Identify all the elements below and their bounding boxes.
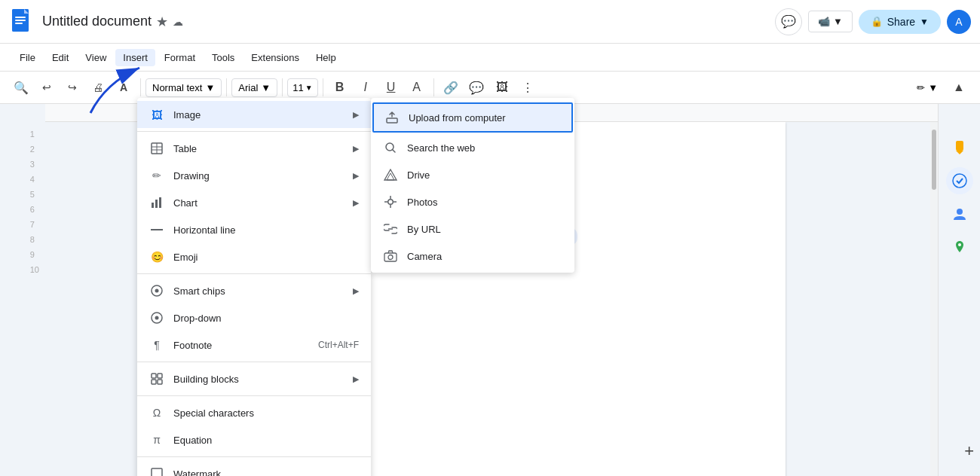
svg-rect-5 <box>15 23 23 24</box>
menu-view[interactable]: View <box>78 49 114 66</box>
svg-rect-44 <box>384 253 397 261</box>
image-icon: 🖼 <box>149 107 164 122</box>
italic-btn[interactable]: I <box>354 75 378 99</box>
keep-icon[interactable] <box>946 134 973 161</box>
insert-drawing-item[interactable]: ✏ Drawing ▶ <box>137 162 371 189</box>
chart-icon <box>149 195 164 210</box>
comments-icon: 💬 <box>781 14 796 29</box>
hide-toolbar-btn[interactable]: ▲ <box>947 75 971 99</box>
svg-rect-3 <box>15 17 26 18</box>
svg-rect-16 <box>155 200 158 208</box>
link-btn[interactable]: 🔗 <box>439 75 463 99</box>
camera-label: Camera <box>407 251 442 262</box>
spellcheck-btn[interactable]: A <box>112 75 136 99</box>
bold-btn[interactable]: B <box>328 75 352 99</box>
video-call-button[interactable]: 📹 ▼ <box>808 11 853 32</box>
smartchips-label: Smart chips <box>173 285 353 297</box>
insert-smartchips-item[interactable]: Smart chips ▶ <box>137 277 371 304</box>
print-btn[interactable]: 🖨 <box>86 75 110 99</box>
insert-watermark-item[interactable]: Watermark <box>137 460 371 476</box>
smartchips-icon <box>149 283 164 298</box>
drawing-icon: ✏ <box>149 168 164 183</box>
comments-button[interactable]: 💬 <box>775 8 802 35</box>
menu-help[interactable]: Help <box>308 49 344 66</box>
specialchars-label: Special characters <box>173 407 359 419</box>
table-icon <box>149 141 164 156</box>
search-web-icon <box>383 140 398 155</box>
star-icon[interactable]: ★ <box>156 14 168 30</box>
insert-buildingblocks-item[interactable]: Building blocks ▶ <box>137 365 371 392</box>
menu-tools[interactable]: Tools <box>204 49 242 66</box>
image-label: Image <box>173 109 353 121</box>
contacts-icon[interactable] <box>946 200 973 227</box>
menu-format[interactable]: Format <box>157 49 203 66</box>
drive-item[interactable]: Drive <box>371 161 574 188</box>
share-button[interactable]: 🔒 Share ▼ <box>859 10 941 34</box>
insert-table-item[interactable]: Table ▶ <box>137 135 371 162</box>
svg-point-38 <box>389 200 393 204</box>
svg-rect-26 <box>152 468 162 476</box>
footnote-shortcut: Ctrl+Alt+F <box>318 340 359 350</box>
drive-icon <box>383 167 398 182</box>
image-arrow: ▶ <box>353 110 359 120</box>
menu-extensions[interactable]: Extensions <box>243 49 307 66</box>
insert-image-item[interactable]: 🖼 Image ▶ <box>137 101 371 128</box>
share-label: Share <box>887 16 915 28</box>
editing-mode-btn[interactable]: ✏▼ <box>911 79 944 96</box>
menu-insert[interactable]: Insert <box>115 49 155 66</box>
dropdown-icon <box>149 310 164 325</box>
underline-btn[interactable]: U <box>379 75 403 99</box>
watermark-label: Watermark <box>173 468 359 477</box>
by-url-label: By URL <box>407 224 441 235</box>
chart-label: Chart <box>173 197 353 209</box>
undo-btn[interactable]: ↩ <box>35 75 59 99</box>
insert-equation-item[interactable]: π Equation <box>137 426 371 453</box>
lock-icon: 🔒 <box>871 16 883 27</box>
plus-btn[interactable]: + <box>964 441 974 461</box>
insert-hline-item[interactable]: Horizontal line <box>137 216 371 243</box>
table-label: Table <box>173 143 353 154</box>
drawing-arrow: ▶ <box>353 171 359 181</box>
footnote-icon: ¶ <box>149 337 164 352</box>
hline-icon <box>149 222 164 237</box>
camera-item[interactable]: Camera <box>371 243 574 270</box>
table-arrow: ▶ <box>353 144 359 154</box>
doc-icon[interactable] <box>9 7 36 37</box>
comment-btn[interactable]: 💬 <box>464 75 488 99</box>
cloud-icon: ☁ <box>173 16 183 28</box>
insert-footnote-item[interactable]: ¶ Footnote Ctrl+Alt+F <box>137 331 371 359</box>
font-size-btn[interactable]: 11▼ <box>287 78 317 97</box>
svg-rect-24 <box>152 380 156 384</box>
insert-specialchars-item[interactable]: Ω Special characters <box>137 399 371 426</box>
more-toolbar-btn[interactable]: ⋮ <box>516 75 540 99</box>
svg-rect-17 <box>159 197 161 208</box>
insert-emoji-item[interactable]: 😊 Emoji <box>137 243 371 270</box>
photos-item[interactable]: Photos <box>371 188 574 215</box>
photos-label: Photos <box>407 197 437 208</box>
buildingblocks-label: Building blocks <box>173 374 353 385</box>
insert-chart-item[interactable]: Chart ▶ <box>137 189 371 216</box>
svg-point-21 <box>155 316 159 320</box>
image-btn[interactable]: 🖼 <box>490 75 514 99</box>
hline-label: Horizontal line <box>173 224 359 236</box>
maps-icon[interactable] <box>946 233 973 261</box>
svg-rect-32 <box>387 118 397 123</box>
by-url-item[interactable]: By URL <box>371 215 574 243</box>
drive-label: Drive <box>407 169 430 181</box>
insert-dropdown-item[interactable]: Drop-down <box>137 304 371 331</box>
font-name-btn[interactable]: Arial▼ <box>231 78 277 97</box>
svg-point-45 <box>388 255 393 260</box>
redo-btn[interactable]: ↪ <box>60 75 84 99</box>
text-color-btn[interactable]: A <box>405 75 429 99</box>
menu-edit[interactable]: Edit <box>44 49 76 66</box>
svg-point-8 <box>953 174 966 188</box>
svg-point-9 <box>957 209 963 215</box>
search-toolbar-btn[interactable]: 🔍 <box>9 75 33 99</box>
search-web-item[interactable]: Search the web <box>371 134 574 161</box>
menu-file[interactable]: File <box>12 49 43 66</box>
account-icon[interactable]: A <box>947 10 971 34</box>
paint-format-btn[interactable]: Normal text ▼ <box>145 78 222 97</box>
upload-computer-item[interactable]: Upload from computer <box>372 102 573 133</box>
tasks-icon[interactable] <box>946 167 973 194</box>
photos-icon <box>383 194 398 209</box>
